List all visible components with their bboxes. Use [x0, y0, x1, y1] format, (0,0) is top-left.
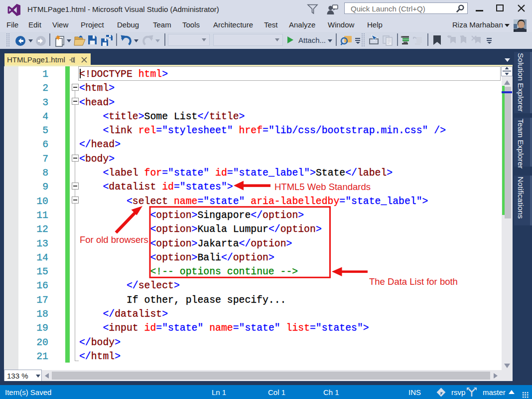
svg-text:For old browsers: For old browsers [80, 234, 148, 245]
svg-text:The Data List for both: The Data List for both [369, 276, 458, 287]
svg-text:HTML5 Web Standards: HTML5 Web Standards [274, 182, 371, 192]
